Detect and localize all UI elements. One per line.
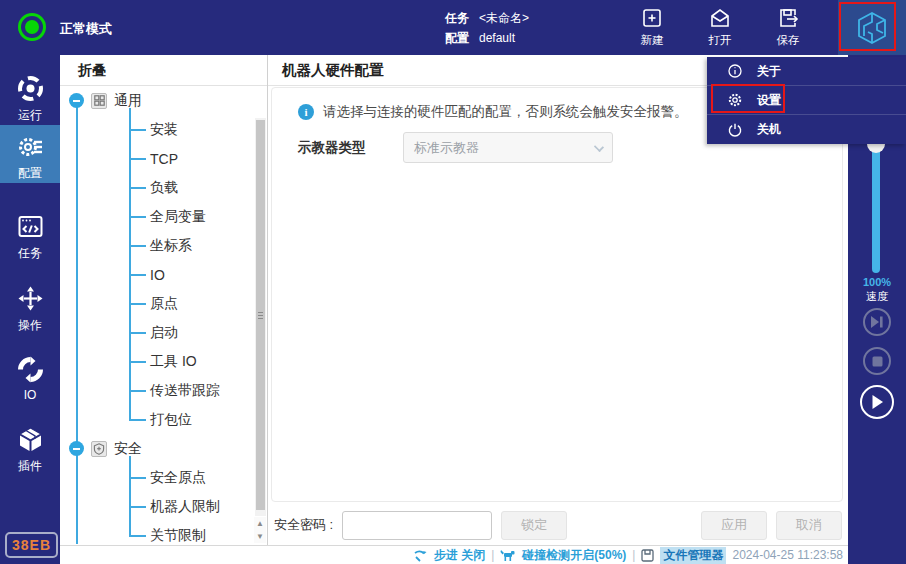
tree-scrollbar[interactable] xyxy=(255,118,266,516)
tree-node-origin[interactable]: 原点 xyxy=(60,289,267,318)
tree-node-label: 负载 xyxy=(150,179,178,197)
task-icon xyxy=(17,213,44,240)
config-tree: 通用 安装 TCP 负载 全局变量 坐标系 IO 原点 启动 工具 IO 传送带… xyxy=(60,86,267,544)
save-button-label: 保存 xyxy=(777,33,800,48)
file-manager-button[interactable]: 文件管理器 xyxy=(660,547,726,564)
sidebar-item-run[interactable]: 运行 xyxy=(0,67,60,124)
tree-scrollbar-thumb[interactable] xyxy=(256,120,265,510)
safety-password-input[interactable] xyxy=(342,511,492,540)
apply-button[interactable]: 应用 xyxy=(701,511,767,540)
tree-node-label: 机器人限制 xyxy=(150,498,220,516)
sidebar-item-plugin[interactable]: 插件 xyxy=(0,418,60,475)
separator: | xyxy=(632,548,635,562)
sidebar-item-label: 插件 xyxy=(18,458,42,475)
menu-item-about[interactable]: 关于 xyxy=(707,57,906,86)
grid-icon xyxy=(91,93,107,109)
info-circle-icon xyxy=(728,64,742,78)
tree-node-coord-system[interactable]: 坐标系 xyxy=(60,231,267,260)
tree-node-robot-limits[interactable]: 机器人限制 xyxy=(60,492,267,521)
stop-button[interactable] xyxy=(863,347,891,375)
speed-percent: 100% xyxy=(848,276,906,288)
config-tree-panel: 折叠 通用 安装 TCP xyxy=(60,55,268,545)
sidebar-item-label: 配置 xyxy=(18,165,42,182)
pendant-type-value: 标准示教器 xyxy=(414,140,479,155)
sidebar-item-io[interactable]: IO xyxy=(0,348,60,402)
menu-item-shutdown[interactable]: 关机 xyxy=(707,115,906,144)
speed-slider-track[interactable] xyxy=(872,144,880,273)
tree-node-io[interactable]: IO xyxy=(60,260,267,289)
top-bar: 正常模式 任务 <未命名> 配置 default 新建 xyxy=(0,0,906,55)
scroll-down-icon[interactable]: ▼ xyxy=(254,530,266,543)
collision-detect-status[interactable]: 碰撞检测开启(50%) xyxy=(522,547,626,564)
status-bar: 步进 关闭 | 碰撞检测开启(50%) | 文件管理器 2024-04-25 1… xyxy=(60,545,848,564)
info-text: 请选择与连接的硬件匹配的配置，否则系统会触发安全报警。 xyxy=(323,103,688,121)
sidebar-item-label: 任务 xyxy=(18,245,42,262)
tree-node-payload[interactable]: 负载 xyxy=(60,173,267,202)
task-label: 任务 xyxy=(445,10,469,27)
tree-node-label: IO xyxy=(150,267,165,283)
play-icon xyxy=(870,394,884,410)
tree-node-safety[interactable]: 安全 xyxy=(60,434,267,463)
cancel-button[interactable]: 取消 xyxy=(776,511,842,540)
sidebar-item-label: 运行 xyxy=(18,107,42,124)
tree-node-label: 工具 IO xyxy=(150,353,197,371)
tree-node-conveyor[interactable]: 传送带跟踪 xyxy=(60,376,267,405)
tree-node-pack-pos[interactable]: 打包位 xyxy=(60,405,267,434)
collapse-header[interactable]: 折叠 xyxy=(60,55,267,86)
password-action-bar: 安全密码 : 锁定 应用 取消 xyxy=(268,505,848,545)
shield-icon xyxy=(91,441,107,457)
clock-timestamp: 2024-04-25 11:23:58 xyxy=(732,548,843,562)
tree-node-safety-origin[interactable]: 安全原点 xyxy=(60,463,267,492)
settings-highlight-box xyxy=(711,84,785,113)
mode-label: 正常模式 xyxy=(60,20,112,38)
step-forward-button[interactable] xyxy=(863,308,891,336)
info-icon: i xyxy=(298,104,314,120)
sidebar-item-task[interactable]: 任务 xyxy=(0,205,60,262)
tree-node-tcp[interactable]: TCP xyxy=(60,144,267,173)
menu-item-label: 关于 xyxy=(757,63,781,80)
operate-icon xyxy=(17,285,44,312)
tree-node-global-vars[interactable]: 全局变量 xyxy=(60,202,267,231)
collapse-minus-icon[interactable] xyxy=(69,441,84,456)
stop-icon xyxy=(872,356,883,367)
mode-status-icon xyxy=(18,13,46,41)
open-task-button[interactable]: 打开 xyxy=(694,6,746,48)
top-buttons: 新建 打开 xyxy=(626,6,814,48)
tree-node-startup[interactable]: 启动 xyxy=(60,318,267,347)
play-button[interactable] xyxy=(860,385,894,419)
app-window: 正常模式 任务 <未命名> 配置 default 新建 xyxy=(0,0,906,564)
config-icon xyxy=(17,133,44,160)
step-mode-status[interactable]: 步进 关闭 xyxy=(434,547,485,564)
pendant-type-select[interactable]: 标准示教器 xyxy=(403,132,613,163)
info-banner: i 请选择与连接的硬件匹配的配置，否则系统会触发安全报警。 xyxy=(298,103,688,121)
collapse-minus-icon[interactable] xyxy=(69,93,84,108)
lock-button[interactable]: 锁定 xyxy=(501,511,567,540)
left-sidebar: 运行 配置 xyxy=(0,55,60,564)
tree-node-label: 安全 xyxy=(114,440,142,458)
power-icon xyxy=(728,123,742,137)
run-icon xyxy=(17,75,44,102)
new-file-icon xyxy=(640,6,664,30)
tree-node-install[interactable]: 安装 xyxy=(60,115,267,144)
scroll-up-icon[interactable]: ▲ xyxy=(254,517,266,530)
collision-detect-icon xyxy=(500,549,516,562)
tree-children-safety: 安全原点 机器人限制 关节限制 xyxy=(60,463,267,544)
tree-children-general: 安装 TCP 负载 全局变量 坐标系 IO 原点 启动 工具 IO 传送带跟踪 … xyxy=(60,115,267,434)
tree-node-tool-io[interactable]: 工具 IO xyxy=(60,347,267,376)
tree-node-label: 打包位 xyxy=(150,411,192,429)
tree-node-joint-limits[interactable]: 关节限制 xyxy=(60,521,267,544)
open-file-icon xyxy=(708,6,732,30)
speed-label: 速度 xyxy=(848,289,906,304)
open-button-label: 打开 xyxy=(709,33,732,48)
sidebar-item-label: IO xyxy=(24,388,37,402)
new-task-button[interactable]: 新建 xyxy=(626,6,678,48)
sidebar-item-operate[interactable]: 操作 xyxy=(0,277,60,334)
menu-item-label: 关机 xyxy=(757,121,781,138)
tree-node-general[interactable]: 通用 xyxy=(60,86,267,115)
tree-node-label: 安装 xyxy=(150,121,178,139)
save-task-button[interactable]: 保存 xyxy=(762,6,814,48)
tree-scroll-buttons: ▲ ▼ xyxy=(254,517,266,543)
config-label: 配置 xyxy=(445,30,469,47)
tree-node-label: 传送带跟踪 xyxy=(150,382,220,400)
sidebar-item-config[interactable]: 配置 xyxy=(0,125,60,183)
